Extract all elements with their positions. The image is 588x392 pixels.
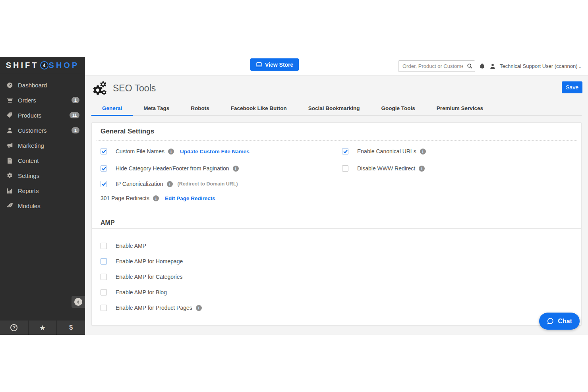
chat-button[interactable]: Chat — [539, 313, 580, 330]
search-input[interactable] — [398, 63, 464, 69]
user-name-label: Technical Support User (ccannon) — [500, 63, 578, 69]
sidebar-item-label: Products — [18, 112, 70, 119]
topbar: View Store Technical Support User (ccann… — [85, 57, 588, 75]
sidebar-item-content[interactable]: Content — [0, 153, 85, 168]
sidebar-item-products[interactable]: Products 11 — [0, 108, 85, 123]
edit-page-redirects-link[interactable]: Edit Page Redirects — [165, 195, 215, 201]
products-count-badge: 11 — [70, 112, 79, 118]
sidebar-item-label: Customers — [18, 127, 72, 134]
sidebar-item-label: Orders — [18, 97, 72, 104]
tab-robots[interactable]: Robots — [180, 101, 220, 115]
info-icon[interactable]: i — [168, 149, 174, 154]
dashboard-icon — [6, 82, 13, 89]
info-icon[interactable]: i — [420, 149, 426, 154]
setting-row-enable-amp: Enable AMP — [101, 241, 146, 251]
redirect-note: (Redirect to Domain URL) — [178, 181, 238, 187]
tab-meta-tags[interactable]: Meta Tags — [133, 101, 180, 115]
setting-label: Enable AMP for Blog — [116, 289, 167, 295]
sidebar-item-label: Settings — [18, 172, 79, 179]
info-icon[interactable]: i — [196, 305, 202, 311]
setting-row-custom-file-names: Custom File Names i Update Custom File N… — [101, 147, 250, 156]
sidebar-item-label: Content — [18, 157, 79, 164]
collapse-arrow-icon — [74, 298, 82, 306]
sidebar-item-customers[interactable]: Customers 1 — [0, 123, 85, 138]
tab-bar: General Meta Tags Robots Facebook Like B… — [91, 101, 582, 116]
rocket-icon — [6, 203, 13, 209]
view-store-label: View Store — [265, 62, 293, 68]
ip-canonicalization-checkbox[interactable] — [101, 181, 107, 187]
setting-label: Enable AMP — [116, 243, 146, 249]
star-icon: ★ — [40, 324, 45, 332]
sidebar-item-reports[interactable]: Reports — [0, 183, 85, 198]
user-avatar-icon[interactable] — [489, 63, 496, 70]
billing-button[interactable]: $ — [56, 321, 85, 335]
topbar-user-area: Technical Support User (ccannon)⌄ — [479, 57, 582, 75]
gears-icon — [6, 172, 13, 179]
setting-row-amp-homepage: Enable AMP for Homepage — [101, 257, 183, 266]
setting-row-301-redirects: 301 Page Redirects i Edit Page Redirects — [101, 193, 215, 203]
megaphone-icon — [6, 142, 13, 149]
sidebar-item-settings[interactable]: Settings — [0, 168, 85, 183]
enable-amp-checkbox[interactable] — [101, 243, 107, 249]
save-button[interactable]: Save — [562, 81, 582, 93]
search-icon[interactable] — [464, 63, 475, 69]
orders-count-badge: 1 — [72, 97, 79, 103]
sidebar-item-dashboard[interactable]: Dashboard — [0, 77, 85, 93]
tab-facebook-like-button[interactable]: Facebook Like Button — [220, 101, 298, 115]
sidebar-footer: ? ★ $ — [0, 321, 85, 335]
setting-row-amp-product-pages: Enable AMP for Product Pages i — [101, 303, 202, 313]
enable-amp-homepage-checkbox[interactable] — [101, 258, 107, 265]
help-button[interactable]: ? — [0, 321, 28, 335]
global-search — [398, 60, 475, 72]
shift4shop-logo[interactable]: SHIFT4SHOP — [0, 57, 85, 74]
info-icon[interactable]: i — [153, 195, 159, 201]
customers-count-badge: 1 — [72, 127, 79, 133]
sidebar-collapse-button[interactable] — [72, 296, 85, 308]
monitor-icon — [256, 62, 262, 68]
person-icon — [6, 127, 13, 134]
enable-amp-blog-checkbox[interactable] — [101, 289, 107, 295]
general-settings-heading: General Settings — [101, 127, 154, 135]
section-divider — [92, 215, 581, 215]
info-icon[interactable]: i — [167, 181, 173, 187]
sidebar-item-modules[interactable]: Modules — [0, 198, 85, 213]
enable-amp-product-pages-checkbox[interactable] — [101, 305, 107, 311]
dollar-icon: $ — [69, 324, 73, 331]
disable-www-redirect-checkbox[interactable] — [342, 165, 348, 172]
setting-label: Enable AMP for Categories — [116, 274, 183, 280]
setting-row-disable-www: Disable WWW Redirect i — [342, 164, 425, 173]
setting-row-hide-category: Hide Category Header/Footer from Paginat… — [101, 164, 239, 173]
bar-chart-icon — [6, 187, 13, 194]
tab-google-tools[interactable]: Google Tools — [371, 101, 426, 115]
tab-social-bookmarking[interactable]: Social Bookmarking — [298, 101, 371, 115]
custom-file-names-checkbox[interactable] — [101, 148, 107, 154]
sidebar-item-label: Modules — [18, 203, 79, 209]
cart-icon — [6, 97, 13, 104]
info-icon[interactable]: i — [233, 166, 239, 172]
setting-label: Custom File Names — [116, 148, 164, 154]
chat-bubble-icon — [547, 317, 554, 325]
settings-card: General Settings Custom File Names i Upd… — [91, 122, 582, 326]
logo-4-icon: 4 — [40, 61, 48, 70]
setting-row-amp-categories: Enable AMP for Categories — [101, 272, 183, 282]
info-icon[interactable]: i — [419, 166, 425, 172]
tab-premium-services[interactable]: Premium Services — [426, 101, 494, 115]
document-icon — [6, 157, 13, 164]
chat-label: Chat — [558, 318, 572, 325]
tab-general[interactable]: General — [91, 101, 133, 115]
sidebar-item-marketing[interactable]: Marketing — [0, 138, 85, 153]
sidebar-item-label: Marketing — [18, 142, 79, 149]
setting-row-canonical-urls: Enable Canonical URLs i — [342, 147, 426, 156]
view-store-button[interactable]: View Store — [250, 58, 299, 71]
enable-canonical-urls-checkbox[interactable] — [342, 148, 348, 154]
favorites-button[interactable]: ★ — [28, 321, 57, 335]
sidebar-item-orders[interactable]: Orders 1 — [0, 93, 85, 108]
update-custom-file-names-link[interactable]: Update Custom File Names — [180, 149, 250, 154]
dotted-divider — [97, 140, 576, 141]
amp-heading: AMP — [101, 219, 115, 226]
notifications-bell-icon[interactable] — [479, 63, 485, 70]
enable-amp-categories-checkbox[interactable] — [101, 274, 107, 280]
hide-category-checkbox[interactable] — [101, 165, 107, 172]
user-menu[interactable]: Technical Support User (ccannon)⌄ — [500, 63, 582, 69]
logo-text-shift: SHIFT — [6, 61, 39, 70]
